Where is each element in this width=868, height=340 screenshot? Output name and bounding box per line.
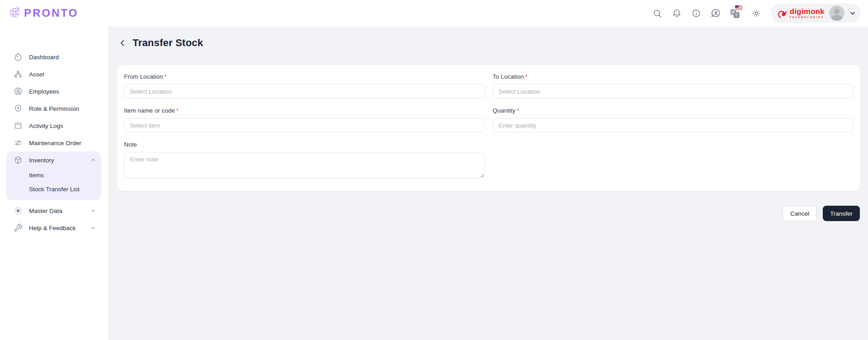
sliders-icon: [14, 138, 23, 147]
asset-hierarchy-icon: [14, 70, 23, 79]
user-avatar[interactable]: [829, 5, 844, 21]
sidebar-item-maintenance-order[interactable]: Maintenance Order: [0, 134, 108, 151]
sidebar-item-label: Help & Feedback: [29, 225, 76, 231]
item-input[interactable]: [124, 118, 485, 132]
sidebar-item-label: Activity Logs: [29, 123, 63, 129]
app-logo-text: PRONTO: [24, 7, 78, 19]
item-label: Item name or code*: [124, 107, 485, 114]
master-data-icon: [14, 206, 23, 215]
employees-icon: [14, 87, 23, 96]
sidebar-item-label: Employees: [29, 88, 59, 95]
sidebar-item-items[interactable]: Items: [6, 169, 101, 181]
sidebar-item-help-feedback[interactable]: Help & Feedback: [0, 219, 108, 236]
from-location-input[interactable]: [124, 84, 485, 99]
cancel-button[interactable]: Cancel: [782, 206, 817, 221]
page-title: Transfer Stock: [133, 37, 203, 49]
info-icon[interactable]: [692, 8, 701, 18]
translate-cjk-glyph: [734, 12, 739, 18]
sidebar-item-master-data[interactable]: Master Data: [0, 202, 108, 219]
sidebar-nav: Dashboard Asset Employees: [0, 26, 109, 340]
sidebar-item-label: Inventory: [29, 157, 54, 164]
from-location-label: From Location*: [124, 73, 485, 80]
sidebar-item-role-permission[interactable]: Role & Permission: [0, 100, 108, 117]
page-header: Transfer Stock: [117, 34, 860, 52]
chevron-up-icon: [91, 157, 96, 163]
sidebar-subitem-label: Stock Transfer List: [29, 186, 80, 193]
to-location-field-group: To Location*: [493, 73, 854, 99]
account-menu[interactable]: digimonk TECHNOLOGIES: [771, 4, 861, 23]
search-icon[interactable]: [653, 8, 663, 18]
shield-person-icon: [14, 104, 23, 113]
translate-icon[interactable]: A: [730, 7, 742, 19]
sidebar-item-label: Role & Permission: [29, 105, 79, 112]
transfer-stock-form-card: From Location* To Location* Item name or…: [117, 65, 860, 191]
form-actions: Cancel Transfer: [117, 206, 860, 221]
header-actions: A digimonk TECHNOLOGI: [653, 4, 861, 23]
sidebar-item-employees[interactable]: Employees: [0, 83, 108, 100]
sidebar-item-label: Asset: [29, 71, 44, 78]
required-asterisk: *: [164, 73, 167, 80]
globe-network-icon: [8, 5, 22, 21]
chevron-down-icon[interactable]: [849, 9, 856, 17]
bell-icon[interactable]: [672, 8, 682, 18]
sidebar-item-stock-transfer-list[interactable]: Stock Transfer List: [6, 181, 101, 197]
chevron-down-icon: [91, 208, 96, 213]
us-flag-icon: [735, 5, 743, 10]
wrench-icon: [14, 223, 23, 232]
sidebar-item-asset[interactable]: Asset: [0, 66, 108, 83]
inventory-cube-icon: [14, 156, 23, 165]
to-location-label: To Location*: [493, 73, 854, 80]
to-location-input[interactable]: [493, 84, 854, 99]
back-button[interactable]: [117, 38, 128, 48]
required-asterisk: *: [176, 107, 179, 114]
quantity-field-group: Quantity*: [493, 107, 854, 132]
sidebar-group-inventory: Inventory Items Stock Transfer List: [6, 151, 101, 200]
sidebar-item-activity-logs[interactable]: Activity Logs: [0, 117, 108, 134]
sidebar-subitem-label: Items: [29, 172, 44, 179]
required-asterisk: *: [525, 73, 528, 80]
digimonk-tagline: TECHNOLOGIES: [790, 16, 825, 19]
support-chat-icon[interactable]: [711, 8, 721, 18]
note-textarea[interactable]: [124, 152, 485, 178]
note-label: Note: [124, 141, 485, 148]
app-logo[interactable]: PRONTO: [8, 5, 78, 21]
quantity-input[interactable]: [493, 118, 854, 132]
sidebar-item-inventory[interactable]: Inventory: [6, 151, 101, 169]
item-field-group: Item name or code*: [124, 107, 485, 132]
dashboard-icon: [14, 52, 23, 61]
from-location-field-group: From Location*: [124, 73, 485, 99]
main-content: Transfer Stock From Location* To Locatio…: [109, 26, 868, 340]
note-field-group: Note: [124, 141, 485, 178]
digimonk-name: digimonk: [790, 8, 825, 15]
sidebar-item-dashboard[interactable]: Dashboard: [0, 48, 108, 66]
sidebar-item-label: Maintenance Order: [29, 140, 81, 146]
chevron-down-icon: [91, 225, 96, 231]
top-header: PRONTO A: [0, 0, 868, 26]
activity-log-icon: [14, 121, 23, 130]
brightness-icon[interactable]: [752, 8, 762, 18]
required-asterisk: *: [517, 107, 519, 114]
digimonk-logo: digimonk TECHNOLOGIES: [777, 6, 825, 20]
quantity-label: Quantity*: [493, 107, 854, 114]
sidebar-item-label: Master Data: [29, 208, 62, 214]
transfer-button[interactable]: Transfer: [823, 206, 860, 221]
sidebar-item-label: Dashboard: [29, 54, 59, 61]
digimonk-logo-mark: [777, 6, 788, 20]
